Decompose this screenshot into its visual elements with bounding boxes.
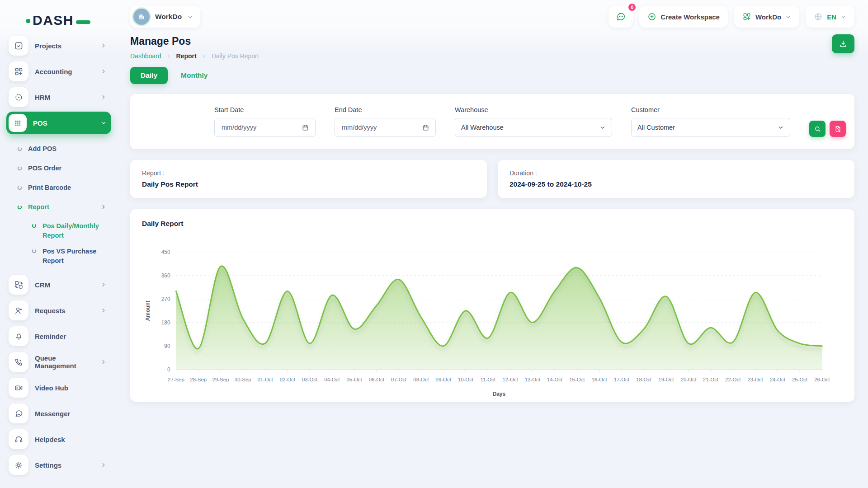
chevron-down-icon bbox=[599, 124, 606, 131]
end-date-input[interactable] bbox=[341, 123, 418, 131]
messages-button[interactable]: 0 bbox=[609, 6, 633, 28]
svg-text:21-Oct: 21-Oct bbox=[703, 377, 719, 382]
file-off-icon bbox=[834, 125, 842, 133]
end-date-field: End Date bbox=[335, 106, 436, 137]
sidebar-item-pos-order[interactable]: POS Order bbox=[14, 159, 111, 177]
sidebar-item-label: Messenger bbox=[35, 410, 107, 418]
sidebar-item-label: Settings bbox=[35, 461, 94, 469]
grid-plus-icon bbox=[742, 12, 751, 21]
sidebar-item-label: Pos Daily/Monthly Report bbox=[42, 221, 111, 240]
breadcrumb-item-dashboard[interactable]: Dashboard bbox=[130, 52, 161, 60]
calendar-icon[interactable] bbox=[302, 124, 309, 131]
sidebar-item-video-hub[interactable]: Video Hub bbox=[6, 376, 111, 399]
sidebar-item-projects[interactable]: Projects bbox=[6, 34, 111, 57]
topbar-actions: 0 Create Workspace WorkDo bbox=[609, 6, 854, 28]
logo-dot-icon bbox=[26, 19, 30, 23]
sidebar-item-report[interactable]: Report bbox=[14, 198, 111, 216]
start-date-input[interactable] bbox=[221, 123, 298, 131]
sidebar-item-requests[interactable]: Requests bbox=[6, 299, 111, 322]
sidebar-item-reminder[interactable]: Reminder bbox=[6, 325, 111, 347]
report-label: Report : bbox=[142, 169, 475, 177]
headset-icon bbox=[9, 429, 28, 449]
chevron-right-icon bbox=[100, 204, 107, 210]
chart-title: Daily Report bbox=[142, 220, 843, 228]
create-workspace-button[interactable]: Create Workspace bbox=[639, 6, 728, 28]
download-button[interactable] bbox=[832, 34, 854, 53]
sidebar-item-hrm[interactable]: HRM bbox=[6, 86, 111, 108]
chevron-right-icon bbox=[100, 462, 107, 468]
report-summary-card: Report : Daily Pos Report bbox=[130, 160, 487, 198]
sidebar-item-pos[interactable]: POS bbox=[6, 112, 111, 134]
chat-bubble-icon bbox=[9, 404, 28, 423]
sidebar-item-crm[interactable]: CRM bbox=[6, 273, 111, 296]
sidebar-item-label: Add POS bbox=[28, 145, 57, 152]
sidebar: DASH ProjectsAccountingHRMPOSAdd POSPOS … bbox=[0, 0, 117, 488]
sidebar-item-label: Report bbox=[28, 203, 49, 211]
search-button[interactable] bbox=[809, 121, 826, 137]
workspace-selector[interactable]: WorkDo bbox=[130, 6, 200, 28]
main-content: Manage Pos DashboardReportDaily Pos Repo… bbox=[117, 29, 868, 402]
tab-daily[interactable]: Daily bbox=[130, 67, 168, 84]
calendar-icon[interactable] bbox=[422, 124, 429, 131]
swap-boxes-icon bbox=[9, 275, 28, 295]
category-plus-icon bbox=[9, 61, 28, 81]
warehouse-select[interactable]: All Warehouse bbox=[455, 118, 612, 137]
chevron-down-icon bbox=[187, 14, 193, 20]
logo-dash-icon bbox=[76, 20, 90, 24]
sidebar-submenu: Pos Daily/Monthly ReportPos VS Purchase … bbox=[14, 217, 111, 269]
workspace-name: WorkDo bbox=[155, 13, 182, 21]
svg-text:30-Sep: 30-Sep bbox=[235, 377, 251, 382]
brand-logo[interactable]: DASH bbox=[6, 5, 111, 27]
dots-grid-icon bbox=[9, 114, 27, 132]
sidebar-item-pos-vs-purchase-report[interactable]: Pos VS Purchase Report bbox=[32, 244, 111, 268]
svg-text:22-Oct: 22-Oct bbox=[725, 377, 741, 382]
customer-select[interactable]: All Customer bbox=[631, 118, 790, 137]
page-header: Manage Pos DashboardReportDaily Pos Repo… bbox=[130, 34, 854, 60]
sidebar-item-settings[interactable]: Settings bbox=[6, 454, 111, 476]
reset-filter-button[interactable] bbox=[830, 121, 846, 137]
svg-text:13-Oct: 13-Oct bbox=[525, 377, 541, 382]
workspace-switcher-label: WorkDo bbox=[755, 13, 781, 21]
chevron-right-icon bbox=[100, 42, 107, 49]
start-date-field: Start Date bbox=[214, 106, 316, 137]
daily-report-chart: 09018027036045027-Sep28-Sep29-Sep30-Sep0… bbox=[142, 241, 843, 399]
chevron-right-icon bbox=[202, 54, 207, 59]
sidebar-item-accounting[interactable]: Accounting bbox=[6, 60, 111, 83]
svg-text:270: 270 bbox=[161, 296, 170, 302]
breadcrumb: DashboardReportDaily Pos Report bbox=[130, 52, 259, 60]
svg-text:27-Sep: 27-Sep bbox=[168, 377, 184, 382]
donut-icon bbox=[17, 205, 22, 210]
svg-text:07-Oct: 07-Oct bbox=[391, 377, 407, 382]
language-selector[interactable]: EN bbox=[806, 6, 854, 28]
svg-text:05-Oct: 05-Oct bbox=[347, 377, 363, 382]
sidebar-item-pos-daily-monthly-report[interactable]: Pos Daily/Monthly Report bbox=[32, 219, 111, 243]
phone-icon bbox=[9, 352, 28, 372]
sidebar-item-queue-management[interactable]: Queue Management bbox=[6, 351, 111, 373]
donut-icon bbox=[17, 185, 22, 190]
duration-value: 2024-09-25 to 2024-10-25 bbox=[509, 180, 843, 188]
sidebar-item-label: Helpdesk bbox=[35, 436, 107, 443]
svg-text:16-Oct: 16-Oct bbox=[591, 377, 607, 382]
sidebar-item-messenger[interactable]: Messenger bbox=[6, 402, 111, 425]
duration-label: Duration : bbox=[509, 169, 843, 177]
messages-badge: 0 bbox=[627, 3, 637, 12]
focus-icon bbox=[9, 87, 28, 107]
workspace-switcher[interactable]: WorkDo bbox=[734, 6, 799, 28]
tab-monthly[interactable]: Monthly bbox=[180, 67, 208, 84]
plus-circle-icon bbox=[647, 12, 656, 21]
svg-text:03-Oct: 03-Oct bbox=[302, 377, 318, 382]
chevron-right-icon bbox=[100, 94, 107, 100]
svg-text:Amount: Amount bbox=[145, 300, 151, 321]
svg-text:06-Oct: 06-Oct bbox=[369, 377, 385, 382]
checkbox-icon bbox=[9, 36, 28, 56]
sidebar-item-helpdesk[interactable]: Helpdesk bbox=[6, 428, 111, 450]
create-workspace-label: Create Workspace bbox=[660, 13, 720, 21]
sidebar-item-label: POS Order bbox=[28, 164, 61, 172]
breadcrumb-item-report[interactable]: Report bbox=[176, 52, 197, 60]
svg-text:17-Oct: 17-Oct bbox=[614, 377, 630, 382]
chevron-right-icon bbox=[100, 282, 107, 288]
sidebar-item-add-pos[interactable]: Add POS bbox=[14, 140, 111, 158]
svg-text:360: 360 bbox=[161, 272, 170, 279]
svg-text:24-Oct: 24-Oct bbox=[770, 377, 786, 382]
sidebar-item-print-barcode[interactable]: Print Barcode bbox=[14, 178, 111, 197]
